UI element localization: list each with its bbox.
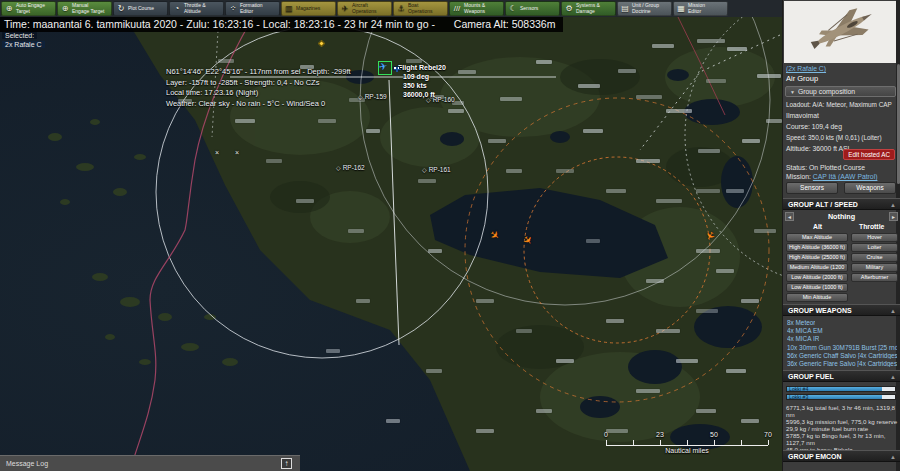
toolbar-button-systems-[interactable]: ⚙Systems &Damage [561, 1, 616, 16]
section-group-alt-speed[interactable]: GROUP ALT / SPEED▲ [783, 198, 900, 210]
map-place-label [586, 239, 600, 243]
section-group-fuel[interactable]: GROUP FUEL▲ [783, 370, 900, 382]
scale-tick-label: 50 [710, 431, 718, 438]
sensors-button[interactable]: Sensors [786, 182, 838, 194]
toolbar-button-unit-group[interactable]: ▤Unit / GroupDoctrine [617, 1, 672, 16]
alt-button-2[interactable]: High Altitude (25000 ft) [786, 253, 848, 262]
ref-point-label: RP-159 [365, 93, 387, 100]
collapse-icon[interactable]: ▲ [890, 451, 896, 463]
map-place-label [418, 179, 436, 183]
map-place-label [318, 119, 336, 123]
weapon-link[interactable]: 8x Meteor [787, 319, 815, 326]
weapon-link[interactable]: 56x Generic Chaff Salvo [4x Cartridges] [787, 352, 897, 359]
toolbar-button-formation[interactable]: ⁘FormationEditor [225, 1, 280, 16]
alt-speed-current: ◄ Nothing ► [785, 212, 898, 222]
map-place-label [326, 349, 340, 353]
ref-point-rp-159[interactable]: ◇RP-159 [358, 93, 387, 100]
toolbar-button-label: MissionEditor [688, 3, 705, 14]
manual-engage-target-icon: ⊕ [60, 5, 70, 13]
toolbar-button-label: Sensors [520, 6, 538, 12]
alt-button-6[interactable]: Min Altitude [786, 293, 848, 302]
toolbar-button-auto-engage[interactable]: ⊕Auto EngageTarget [1, 1, 56, 16]
fuel-bar: Lokki #4 [786, 386, 896, 392]
fuel-bar-label: Lokki #4 [789, 387, 808, 393]
scale-tick [660, 440, 661, 445]
map-place-label [218, 59, 234, 63]
expand-log-icon[interactable]: ↑ [281, 458, 292, 469]
alt-button-0[interactable]: Max Altitude [786, 233, 848, 242]
map-place-label [366, 129, 380, 133]
fuel-line: 5785,7 kg to Bingo fuel, 3 hr 13 min, 11… [786, 432, 898, 446]
selected-flight-icon[interactable]: ✈ [378, 61, 392, 75]
toolbar-button-mission[interactable]: ▦MissionEditor [673, 1, 728, 16]
cursor-info-line: Weather: Clear sky - No rain - 5°C - Win… [166, 99, 351, 110]
ref-point-rp-162[interactable]: ◇RP-162 [336, 164, 365, 171]
next-arrow-icon[interactable]: ► [889, 212, 898, 221]
rafale-photo-art [784, 1, 897, 63]
toolbar: ⊕Auto EngageTarget⊕ManualEngage Target↻P… [0, 0, 782, 17]
time-text: Time: maanantai 6. tammikuuta 2020 - Zul… [4, 18, 435, 30]
x-marker: × [235, 149, 239, 156]
weapons-button[interactable]: Weapons [844, 182, 896, 194]
prev-arrow-icon[interactable]: ◄ [785, 212, 794, 221]
fuel-bar-label: Lokki #3 [789, 395, 808, 401]
toolbar-button-boat[interactable]: ⚓BoatOperations [393, 1, 448, 16]
mission-link[interactable]: CAP Itä (AAW Patrol) [813, 173, 878, 180]
toolbar-button-aircraft[interactable]: ✈AircraftOperations [337, 1, 392, 16]
section-group-emcon[interactable]: GROUP EMCON▲ [783, 450, 900, 462]
weapon-link[interactable]: 36x Generic Flare Salvo [4x Cartridges, … [787, 360, 897, 367]
toolbar-button-sensors[interactable]: ☾Sensors [505, 1, 560, 16]
map-area[interactable]: Time: maanantai 6. tammikuuta 2020 - Zul… [0, 17, 782, 471]
message-log-bar[interactable]: Message Log ↑ [0, 455, 300, 471]
collapse-icon[interactable]: ▲ [890, 199, 896, 211]
flight-altitude: 36000,0 ft [403, 90, 446, 99]
toolbar-button-label: Mounts &Weapons [464, 3, 485, 14]
map-place-label [696, 409, 716, 413]
alt-button-3[interactable]: Medium Altitude (1200 [786, 263, 848, 272]
map-place-label [488, 139, 506, 143]
fuel-line: 6771,3 kg total fuel, 3 hr 46 min, 1319,… [786, 404, 898, 418]
toolbar-button-label: FormationEditor [240, 3, 263, 14]
unit-group-link[interactable]: (2x Rafale C) [786, 65, 826, 72]
map-place-label [741, 299, 759, 303]
toolbar-button-magazines[interactable]: ▥Magazines [281, 1, 336, 16]
collapse-icon[interactable]: ▲ [890, 305, 896, 317]
map-place-label [757, 74, 781, 78]
map-place-label [696, 309, 718, 313]
toolbar-button-mounts-[interactable]: ///Mounts &Weapons [449, 1, 504, 16]
operator-text: Ilmavoimat [786, 112, 819, 119]
map-place-label [606, 319, 624, 323]
throttle-button-afterburner[interactable]: Afterburner [851, 273, 898, 282]
alt-button-5[interactable]: Low Altitude (1000 ft) [786, 283, 848, 292]
map-place-label [386, 419, 400, 423]
scale-tick [741, 440, 742, 445]
collapse-icon[interactable]: ▲ [890, 371, 896, 383]
throttle-button-military[interactable]: Military [851, 263, 898, 272]
finland-flag-icon [393, 66, 400, 71]
toolbar-button-throttle-[interactable]: ◔Throttle &Altitude [169, 1, 224, 16]
toolbar-button-label: Systems &Damage [576, 3, 600, 14]
toolbar-button-plot-course[interactable]: ↻Plot Course [113, 1, 168, 16]
cursor-info-line: Local time: 17.23.16 (Night) [166, 88, 351, 99]
selected-unit-name[interactable]: 2x Rafale C [2, 41, 45, 48]
weapon-link[interactable]: 4x MICA EM [787, 327, 823, 334]
cursor-info-line: Layer: -157ft to -285ft - Strength: 0,4 … [166, 78, 351, 89]
toolbar-button-manual[interactable]: ⊕ManualEngage Target [57, 1, 112, 16]
ref-point-rp-161[interactable]: ◇RP-161 [422, 166, 451, 173]
throttle-button-cruise[interactable]: Cruise [851, 253, 898, 262]
unit-photo [784, 1, 897, 63]
throttle-button-loiter[interactable]: Loiter [851, 243, 898, 252]
ref-point-label: RP-161 [429, 166, 451, 173]
weapon-link[interactable]: 10x 30mm Gun 30M791B Burst [25 rnds] [787, 344, 897, 351]
group-composition-dropdown[interactable]: ▼Group composition [785, 86, 896, 97]
weapon-link[interactable]: 4x MICA IR [787, 335, 819, 342]
map-place-label [754, 229, 776, 233]
alt-button-4[interactable]: Low Altitude (2000 ft) [786, 273, 848, 282]
scale-tick [687, 440, 688, 445]
throttle-button-hover[interactable]: Hover [851, 233, 898, 242]
alt-button-1[interactable]: High Altitude (36000 ft) [786, 243, 848, 252]
map-place-label [636, 95, 662, 99]
map-place-label [727, 47, 747, 51]
section-group-weapons[interactable]: GROUP WEAPONS▲ [783, 304, 900, 316]
edit-hosted-ac-button[interactable]: Edit hosted AC [843, 149, 895, 160]
